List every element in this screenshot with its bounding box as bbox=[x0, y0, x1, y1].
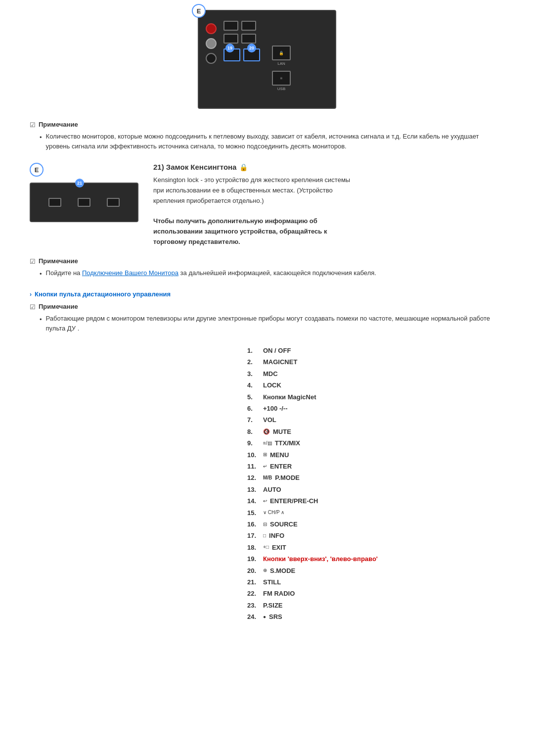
bullet-text-3: Работающие рядом с монитором телевизоры … bbox=[46, 314, 504, 333]
note-title-3: Примечание bbox=[39, 303, 78, 310]
bullet-dot-2: • bbox=[40, 269, 42, 279]
remote-heading-text: Кнопки пульта дистационного управления bbox=[35, 290, 171, 298]
badge-19: 19 bbox=[225, 44, 234, 52]
remote-item: 2.MAGICNET bbox=[247, 356, 504, 368]
remote-item: 4.LOCK bbox=[247, 379, 504, 391]
section-21-title: 21) Замок Кенсингтона 🔒 bbox=[153, 163, 361, 171]
remote-item: 19.Кнопки 'вверх-вниз', 'влево-вправо' bbox=[247, 553, 504, 565]
note-icon-2: ☑ bbox=[30, 258, 36, 265]
remote-item: 18.+□EXIT bbox=[247, 542, 504, 553]
kensington-desc2: Чтобы получить дополнительную информацию… bbox=[153, 216, 351, 247]
usb-label: USB bbox=[277, 87, 285, 91]
remote-item: 17.□INFO bbox=[247, 530, 504, 541]
note-icon-3: ☑ bbox=[30, 303, 36, 311]
lan-label: LAN bbox=[277, 61, 285, 66]
note-section-1: ☑ Примечание • Количество мониторов, кот… bbox=[30, 121, 504, 151]
label-e-kensington: E bbox=[30, 163, 44, 177]
remote-item: 6.+100 -/-- bbox=[247, 403, 504, 414]
lock-icon: 🔒 bbox=[239, 163, 248, 171]
kensington-section: E 21 21) Замок Кенсингтона 🔒 Kensington … bbox=[30, 163, 504, 247]
note-icon-1: ☑ bbox=[30, 121, 36, 129]
remote-heading: › Кнопки пульта дистационного управления bbox=[30, 290, 504, 298]
remote-item: 23.P.SIZE bbox=[247, 600, 504, 611]
note-section-3: ☑ Примечание • Работающие рядом с монито… bbox=[30, 303, 504, 333]
note-content-3: • Работающие рядом с монитором телевизор… bbox=[40, 314, 504, 333]
remote-item: 7.VOL bbox=[247, 414, 504, 425]
remote-item: 24.●SRS bbox=[247, 611, 504, 622]
bullet-dot-1: • bbox=[40, 133, 42, 151]
remote-item: 14.↩ENTER/PRE-CH bbox=[247, 495, 504, 507]
arrow-icon: › bbox=[30, 291, 32, 298]
label-e-top: E bbox=[192, 4, 206, 18]
badge-21: 21 bbox=[75, 179, 84, 188]
bullet-item-2: • Пойдите на Подключение Вашего Монитора… bbox=[40, 268, 504, 279]
remote-item: 3.MDC bbox=[247, 368, 504, 379]
remote-item: 16.⊟SOURCE bbox=[247, 519, 504, 530]
kensington-desc1: Kensington lock - это устройство для жес… bbox=[153, 175, 351, 247]
remote-item: 21.STILL bbox=[247, 576, 504, 588]
note-header-2: ☑ Примечание bbox=[30, 257, 504, 265]
bullet-item-3: • Работающие рядом с монитором телевизор… bbox=[40, 314, 504, 333]
note-title-1: Примечание bbox=[39, 121, 78, 128]
note-header-3: ☑ Примечание bbox=[30, 303, 504, 311]
remote-item: 12.M/BP.MODE bbox=[247, 472, 504, 483]
remote-item: 20.⊕S.MODE bbox=[247, 565, 504, 576]
remote-item: 1.ON / OFF bbox=[247, 345, 504, 356]
remote-item: 8.🔇MUTE bbox=[247, 426, 504, 437]
remote-control-list: 1.ON / OFF2.MAGICNET3.MDC4.LOCK5.Кнопки … bbox=[247, 345, 504, 622]
top-connector-image: E bbox=[30, 10, 504, 109]
remote-item: 5.Кнопки MagicNet bbox=[247, 391, 504, 403]
badge-20: 20 bbox=[247, 44, 256, 52]
remote-section-header: › Кнопки пульта дистационного управления bbox=[30, 290, 504, 298]
remote-item: 11.↵ENTER bbox=[247, 461, 504, 472]
remote-item: 9.≡/▤TTX/MIX bbox=[247, 437, 504, 449]
note-section-2: ☑ Примечание • Пойдите на Подключение Ва… bbox=[30, 257, 504, 279]
bullet-item-1: • Количество мониторов, которые можно по… bbox=[40, 132, 504, 151]
remote-item: 13.AUTO bbox=[247, 484, 504, 495]
monitor-link[interactable]: Подключение Вашего Монитора bbox=[82, 269, 178, 277]
note-content-1: • Количество мониторов, которые можно по… bbox=[40, 132, 504, 151]
kensington-connector-diagram: 21 bbox=[30, 183, 138, 222]
remote-item: 10.⊞MENU bbox=[247, 449, 504, 461]
bullet-text-2: Пойдите на Подключение Вашего Монитора з… bbox=[46, 268, 376, 279]
note-title-2: Примечание bbox=[39, 257, 78, 265]
note-header-1: ☑ Примечание bbox=[30, 121, 504, 129]
remote-item: 22.FM RADIO bbox=[247, 588, 504, 599]
remote-item: 15.∨ CH/P ∧ bbox=[247, 507, 504, 519]
connector-diagram-top: E bbox=[198, 10, 336, 109]
note-content-2: • Пойдите на Подключение Вашего Монитора… bbox=[40, 268, 504, 279]
kensington-description: 21) Замок Кенсингтона 🔒 Kensington lock … bbox=[153, 163, 361, 247]
bullet-dot-3: • bbox=[40, 315, 42, 333]
bullet-text-1: Количество мониторов, которые можно подс… bbox=[46, 132, 504, 151]
